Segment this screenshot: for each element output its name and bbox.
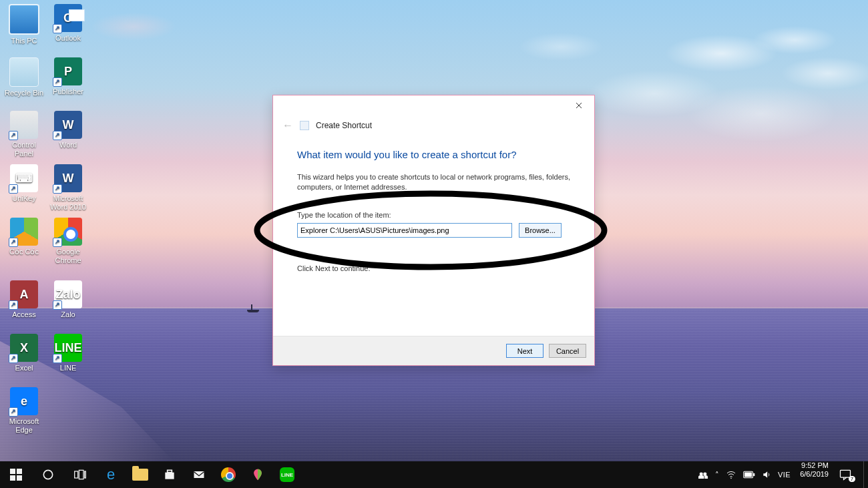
dialog-heading: What item would you like to create a sho… [297, 149, 570, 160]
unikey-icon: ⌨↗ [10, 164, 38, 192]
edge-icon: e↗ [10, 387, 38, 415]
location-input[interactable] [297, 223, 512, 238]
desktop-icon-outlook[interactable]: O↗ Outlook [47, 4, 89, 43]
dialog-description: This wizard helps you to create shortcut… [297, 172, 570, 192]
taskbar-maps[interactable] [243, 461, 272, 488]
desktop-icon-zalo[interactable]: Zalo↗ Zalo [47, 280, 89, 319]
taskbar-store[interactable] [155, 461, 184, 488]
desktop-icon-word-2010[interactable]: W↗ Microsoft Word 2010 [47, 164, 89, 212]
desktop-icon-access[interactable]: A↗ Access [3, 280, 45, 319]
create-shortcut-dialog: ← Create Shortcut What item would you li… [272, 95, 595, 366]
desktop-icon-publisher[interactable]: P↗ Publisher [47, 57, 89, 96]
svg-rect-16 [840, 470, 850, 477]
desktop-icon-excel[interactable]: X↗ Excel [3, 334, 45, 373]
continue-hint: Click Next to continue. [297, 264, 570, 272]
location-field-label: Type the location of the item: [297, 211, 570, 219]
cancel-button[interactable]: Cancel [549, 344, 586, 358]
action-center-badge: 7 [849, 476, 855, 482]
taskbar-chrome[interactable] [214, 461, 243, 488]
system-tray: 👥︎ ˄ VIE [694, 461, 795, 488]
svg-rect-15 [744, 473, 752, 477]
icon-label: Word [47, 141, 89, 150]
taskbar-clock[interactable]: 9:52 PM 6/6/2019 [795, 461, 834, 488]
recycle-bin-icon [9, 57, 39, 87]
next-button[interactable]: Next [506, 344, 544, 358]
mail-icon [192, 468, 206, 481]
action-center-button[interactable]: 7 [834, 461, 863, 488]
cortana-icon [41, 468, 55, 481]
store-icon [163, 468, 176, 481]
svg-point-5 [43, 470, 52, 479]
icon-label: Zalo [47, 310, 89, 319]
word-2010-icon: W↗ [54, 164, 82, 192]
svg-rect-11 [194, 471, 204, 478]
svg-rect-8 [85, 471, 86, 478]
svg-point-12 [730, 478, 732, 479]
icon-label: Recycle Bin [3, 89, 45, 97]
dialog-footer: Next Cancel [273, 336, 594, 365]
desktop-icon-edge[interactable]: e↗ Microsoft Edge [3, 387, 45, 435]
icon-label: Google Chrome [47, 248, 89, 265]
icon-label: Outlook [47, 34, 89, 43]
volume-icon[interactable] [762, 470, 771, 479]
icon-label: Cốc Cốc [3, 248, 45, 256]
clock-date: 6/6/2019 [800, 470, 829, 479]
svg-rect-3 [10, 475, 15, 481]
taskbar-edge[interactable]: e [96, 461, 126, 488]
svg-rect-7 [79, 470, 83, 479]
icon-label: Microsoft Word 2010 [47, 194, 89, 212]
line-icon: LINE↗ [54, 334, 82, 362]
taskbar-file-explorer[interactable] [126, 461, 155, 488]
tray-chevron-up-icon[interactable]: ˄ [715, 471, 719, 479]
svg-rect-2 [17, 469, 22, 474]
people-icon[interactable]: 👥︎ [698, 469, 708, 481]
svg-rect-1 [10, 469, 15, 474]
dialog-titlebar[interactable] [273, 95, 594, 115]
svg-rect-6 [75, 471, 78, 478]
search-button[interactable] [32, 461, 64, 488]
icon-label: Access [3, 310, 45, 319]
this-pc-icon [9, 4, 39, 35]
taskbar-line[interactable]: LINE [272, 461, 302, 488]
close-button[interactable] [564, 95, 594, 115]
icon-label: Publisher [47, 87, 89, 96]
chrome-icon [221, 467, 236, 482]
icon-label: LINE [47, 364, 89, 373]
back-button[interactable]: ← [282, 119, 293, 132]
maps-icon [251, 468, 264, 481]
svg-rect-10 [168, 470, 172, 472]
desktop-icon-control-panel[interactable]: ↗ Control Panel [3, 111, 45, 158]
folder-icon [132, 469, 148, 481]
icon-label: Microsoft Edge [3, 417, 45, 435]
word-icon: W↗ [54, 111, 82, 139]
icon-label: Control Panel [3, 141, 45, 158]
taskbar: e LINE 👥︎ ˄ VIE 9:52 PM 6/6/2019 7 [0, 461, 868, 488]
browse-button[interactable]: Browse... [519, 223, 562, 238]
svg-rect-4 [17, 475, 22, 481]
desktop-icon-chrome[interactable]: ↗ Google Chrome [47, 218, 89, 265]
wizard-icon [300, 121, 309, 130]
battery-icon[interactable] [743, 471, 755, 479]
close-icon [576, 102, 582, 109]
control-panel-icon: ↗ [10, 111, 38, 139]
taskbar-mail[interactable] [184, 461, 214, 488]
desktop-icon-unikey[interactable]: ⌨↗ UniKey [3, 164, 45, 203]
desktop-icon-coccoc[interactable]: ↗ Cốc Cốc [3, 218, 45, 256]
zalo-icon: Zalo↗ [54, 280, 82, 308]
desktop-icon-word[interactable]: W↗ Word [47, 111, 89, 150]
desktop-icon-this-pc[interactable]: This PC [3, 4, 45, 45]
wifi-icon[interactable] [726, 469, 736, 480]
icon-label: Excel [3, 364, 45, 373]
excel-icon: X↗ [10, 334, 38, 362]
ime-indicator[interactable]: VIE [778, 471, 791, 479]
wizard-title: Create Shortcut [316, 121, 372, 130]
desktop-icon-line[interactable]: LINE↗ LINE [47, 334, 89, 373]
coccoc-icon: ↗ [10, 218, 38, 246]
task-view-button[interactable] [64, 461, 96, 488]
desktop-icon-recycle-bin[interactable]: Recycle Bin [3, 57, 45, 97]
publisher-icon: P↗ [54, 57, 82, 85]
windows-icon [9, 468, 23, 481]
show-desktop-button[interactable] [863, 461, 868, 488]
start-button[interactable] [0, 461, 32, 488]
access-icon: A↗ [10, 280, 38, 308]
